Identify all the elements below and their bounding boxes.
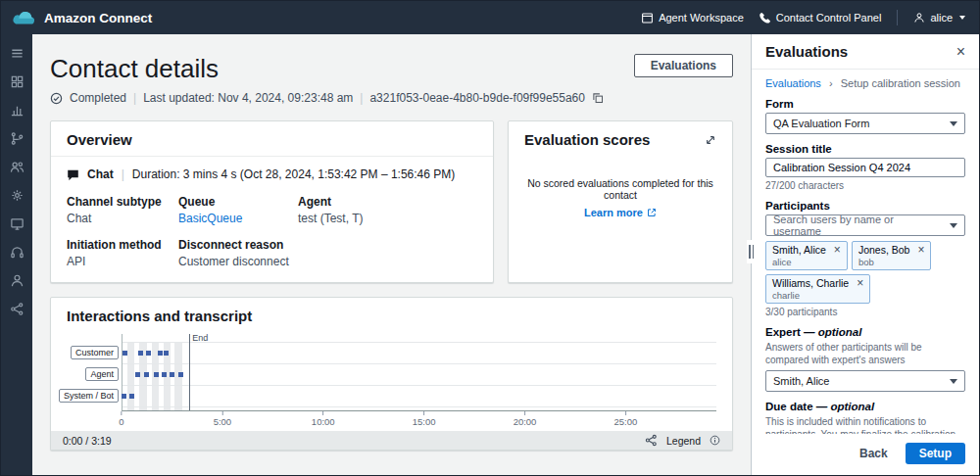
caret-down-icon: [950, 223, 957, 228]
caret-down-icon: [959, 16, 965, 20]
field-initiation-method: Initiation method API: [67, 238, 171, 268]
timeline-marker[interactable]: [138, 351, 143, 356]
breadcrumb: Evaluations › Setup calibration session: [765, 77, 965, 89]
external-link-icon: [647, 208, 657, 217]
sidebar-item-users[interactable]: [10, 160, 24, 175]
timeline-activity-band: [127, 342, 134, 410]
remove-token-button[interactable]: ×: [857, 277, 863, 289]
duration-text: Duration: 3 mins 4 s (Oct 28, 2024, 1:53…: [132, 167, 456, 181]
timeline-marker[interactable]: [122, 394, 126, 399]
field-channel-subtype: Channel subtype Chat: [67, 195, 171, 225]
timeline-marker[interactable]: [164, 351, 169, 356]
copy-icon[interactable]: [592, 92, 604, 104]
timeline-gridline: [122, 363, 716, 364]
agent-workspace-link[interactable]: Agent Workspace: [641, 12, 744, 24]
field-agent: Agent test (Test, T): [298, 195, 477, 225]
topbar: Amazon Connect Agent Workspace Contact C…: [1, 1, 979, 34]
legend-label: Legend: [666, 435, 701, 447]
sidebar-item-flows[interactable]: [10, 131, 24, 147]
status-badge: Completed: [70, 91, 126, 105]
bar-chart-icon: [10, 103, 24, 118]
sidebar-item-integrations[interactable]: [10, 302, 24, 317]
form-label: Form: [765, 98, 965, 110]
sidebar-item-settings[interactable]: [10, 188, 24, 204]
expert-description: Answers of other participants will be co…: [765, 341, 965, 366]
panel-title: Evaluations: [765, 43, 848, 60]
form-select[interactable]: QA Evaluation Form: [765, 113, 965, 134]
contact-id: a321f053-0eae-4b80-b9de-f09f99e55a60: [369, 91, 585, 105]
setup-button[interactable]: Setup: [906, 443, 965, 464]
person-icon: [10, 273, 24, 288]
scores-learn-more-link[interactable]: Learn more: [584, 207, 657, 218]
timeline-tick: 25:00: [614, 411, 638, 427]
participant-token-charlie: Williams, Charlie × charlie: [765, 274, 870, 304]
timeline-marker[interactable]: [122, 351, 127, 356]
sidebar-nav: [1, 34, 32, 475]
timeline-row-label-customer[interactable]: Customer: [71, 346, 119, 359]
timeline-marker[interactable]: [178, 372, 183, 377]
workspace-icon: [641, 12, 654, 24]
timeline-end-line: End: [189, 334, 190, 410]
sidebar-item-channels[interactable]: [10, 216, 24, 232]
participants-label: Participants: [765, 200, 965, 212]
sidebar-item-customer-profiles[interactable]: [10, 273, 24, 289]
caret-down-icon: [950, 121, 957, 126]
users-icon: [10, 160, 24, 174]
dashboard-icon: [10, 74, 24, 89]
evaluations-button[interactable]: Evaluations: [634, 54, 733, 77]
interaction-timeline: Customer Agent System / Bot End: [51, 332, 732, 411]
chat-bubble-icon: [67, 168, 79, 181]
evaluation-scores-title: Evaluation scores: [524, 131, 650, 148]
timeline-plot[interactable]: End: [122, 334, 716, 411]
caret-down-icon: [950, 379, 957, 384]
headset-icon: [10, 245, 24, 260]
timeline-marker[interactable]: [129, 394, 134, 399]
sidebar-item-contact-control[interactable]: [10, 245, 24, 261]
evaluations-panel: Evaluations × Evaluations › Setup calibr…: [751, 34, 979, 475]
timeline-gridline: [122, 385, 716, 386]
timeline-tick: 0: [119, 411, 123, 427]
remove-token-button[interactable]: ×: [917, 244, 924, 256]
sidebar-item-metrics[interactable]: [10, 103, 24, 119]
gear-icon: [10, 188, 24, 203]
transcript-card: Interactions and transcript Customer Age…: [50, 297, 733, 451]
field-queue: Queue BasicQueue: [178, 195, 290, 225]
share-icon[interactable]: [645, 434, 658, 447]
amazon-connect-logo: [11, 10, 36, 26]
timeline-row-label-system-bot[interactable]: System / Bot: [59, 389, 119, 403]
expert-select[interactable]: Smith, Alice: [765, 370, 965, 392]
channel-label: Chat: [87, 167, 114, 181]
timeline-marker[interactable]: [154, 372, 159, 377]
flow-branch-icon: [10, 131, 24, 146]
session-title-input[interactable]: [765, 158, 965, 177]
close-icon[interactable]: ×: [956, 44, 965, 60]
timeline-marker[interactable]: [162, 372, 167, 377]
timeline-gridline: [122, 406, 716, 407]
panel-resize-handle[interactable]: [747, 240, 756, 263]
contact-control-panel-link[interactable]: Contact Control Panel: [760, 12, 882, 24]
participants-search-select[interactable]: Search users by name or username: [765, 214, 965, 236]
user-icon: [913, 12, 925, 24]
playback-bar: 0:00 / 3:19 Legend: [51, 431, 732, 450]
timeline-row-label-agent[interactable]: Agent: [85, 367, 119, 381]
timeline-marker[interactable]: [158, 351, 163, 356]
participant-tokens: Smith, Alice × alice Jones, Bob × bob: [765, 241, 965, 304]
queue-link[interactable]: BasicQueue: [178, 212, 242, 225]
user-menu[interactable]: alice: [913, 12, 965, 24]
last-updated: Last updated: Nov 4, 2024, 09:23:48 am: [143, 91, 353, 105]
contact-status-line: Completed | Last updated: Nov 4, 2024, 0…: [50, 91, 733, 105]
timeline-end-label: End: [192, 333, 208, 343]
expert-label: Expert — optional: [765, 326, 965, 338]
back-button[interactable]: Back: [848, 443, 900, 464]
timeline-marker[interactable]: [135, 372, 140, 377]
sidebar-item-dashboard[interactable]: [10, 74, 24, 90]
sidebar-item-menu[interactable]: [10, 46, 24, 62]
timeline-marker[interactable]: [170, 372, 174, 377]
info-icon[interactable]: [710, 435, 720, 446]
remove-token-button[interactable]: ×: [834, 244, 841, 256]
timeline-marker[interactable]: [146, 351, 151, 356]
timeline-gridline: [122, 342, 716, 343]
timeline-marker[interactable]: [144, 372, 149, 377]
breadcrumb-evaluations[interactable]: Evaluations: [765, 77, 821, 89]
expand-icon[interactable]: [705, 134, 716, 146]
